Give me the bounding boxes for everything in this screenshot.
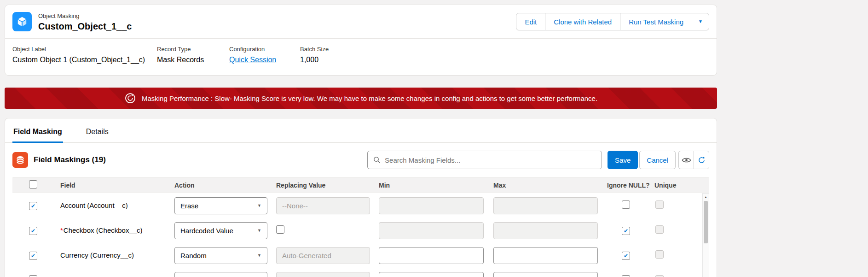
field-name: Account (Account__c) (60, 201, 128, 209)
required-asterisk: * (60, 226, 63, 234)
table-header: Field Action Replacing Value Min Max Ign… (12, 177, 709, 193)
unique-checkbox (655, 275, 664, 277)
max-input[interactable] (493, 247, 598, 264)
column-header-min: Min (379, 182, 493, 189)
row-select-checkbox[interactable] (29, 202, 37, 210)
replacing-value-checkbox[interactable] (276, 225, 284, 234)
record-header: Object Masking Custom_Object_1__c Edit C… (5, 5, 717, 38)
unique-checkbox (655, 225, 664, 234)
section-title: Field Maskings (19) (34, 155, 106, 165)
ignore-null-checkbox[interactable] (622, 252, 630, 260)
min-input (379, 197, 484, 214)
row-select-checkbox[interactable] (29, 275, 37, 277)
save-button[interactable]: Save (608, 151, 638, 169)
table-row: *Checkbox (Checkbox__c)Hardcoded Value▼ (12, 218, 709, 243)
record-title-block: Object Masking Custom_Object_1__c (38, 12, 132, 31)
row-select-checkbox[interactable] (29, 252, 37, 260)
unique-checkbox (655, 200, 664, 209)
action-select[interactable]: ▼ (174, 272, 267, 277)
table-row: Currency (Currency__c)Random▼ (12, 243, 709, 268)
detail-object-label: Object Label Custom Object 1 (Custom_Obj… (12, 46, 157, 64)
action-value: Erase (180, 202, 198, 210)
run-test-masking-button[interactable]: Run Test Masking (620, 13, 692, 30)
ignore-null-checkbox[interactable] (622, 227, 630, 235)
record-actions: Edit Clone with Related Run Test Masking… (516, 13, 709, 30)
replacing-value-input (276, 247, 370, 264)
chevron-down-icon: ▼ (698, 19, 703, 24)
action-select[interactable]: Hardcoded Value▼ (174, 222, 267, 239)
page-content: Object Masking Custom_Object_1__c Edit C… (5, 5, 717, 277)
field-maskings-icon (12, 152, 28, 168)
tab-details[interactable]: Details (85, 118, 110, 142)
field-name: *Checkbox (Checkbox__c) (60, 226, 143, 234)
configuration-link[interactable]: Quick Session (229, 56, 295, 64)
max-input (493, 222, 598, 239)
chevron-down-icon: ▼ (257, 203, 261, 208)
tab-bar: Field Masking Details (5, 118, 717, 143)
ignore-null-checkbox[interactable] (622, 275, 630, 277)
detail-batch-size: Batch Size 1,000 (300, 46, 333, 64)
table-scrollbar[interactable]: ▲ (702, 193, 709, 277)
refresh-icon (698, 156, 706, 164)
min-input (379, 222, 484, 239)
chevron-down-icon: ▼ (257, 228, 261, 233)
chevron-down-icon: ▼ (257, 253, 261, 258)
refresh-button[interactable] (694, 151, 709, 169)
field-value: Custom Object 1 (Custom_Object_1__c) (12, 56, 152, 64)
table-row: Account (Account__c)Erase▼ (12, 193, 709, 218)
record-header-card: Object Masking Custom_Object_1__c Edit C… (5, 5, 717, 76)
field-label: Configuration (229, 46, 295, 53)
column-header-max: Max (493, 182, 607, 189)
entity-label: Object Masking (38, 12, 132, 19)
max-input[interactable] (493, 272, 598, 277)
field-masking-card: Field Masking Details Field Maskings (19… (5, 118, 717, 277)
table-body: Account (Account__c)Erase▼*Checkbox (Che… (12, 193, 709, 277)
field-name: Currency (Currency__c) (60, 251, 134, 259)
field-value: 1,000 (300, 56, 329, 64)
eye-icon (682, 157, 691, 164)
alert-banner: Masking Performance : Slow- Masking Scor… (5, 88, 717, 109)
column-header-ignore-null: Ignore NULL? (607, 182, 654, 189)
table-row: ▼ (12, 268, 709, 277)
preview-button[interactable] (678, 151, 694, 169)
field-label: Batch Size (300, 46, 329, 53)
select-all-checkbox[interactable] (29, 180, 37, 189)
search-icon (373, 156, 381, 164)
action-select[interactable]: Random▼ (174, 247, 267, 264)
detail-configuration: Configuration Quick Session (229, 46, 300, 64)
clone-with-related-button[interactable]: Clone with Related (545, 13, 620, 30)
action-value: Random (180, 252, 207, 259)
replacing-value-input (276, 272, 370, 277)
scrollbar-thumb[interactable] (704, 201, 708, 243)
field-label: Object Label (12, 46, 152, 53)
cancel-button[interactable]: Cancel (639, 151, 676, 169)
edit-button[interactable]: Edit (516, 13, 545, 30)
performance-alert-icon (124, 92, 136, 104)
column-header-action: Action (174, 182, 276, 189)
field-label: Record Type (157, 46, 225, 53)
min-input[interactable] (379, 272, 484, 277)
more-actions-button[interactable]: ▼ (692, 13, 709, 30)
object-masking-icon (12, 12, 32, 31)
field-maskings-toolbar: Field Maskings (19) Save Cancel (5, 143, 717, 169)
action-select[interactable]: Erase▼ (174, 197, 267, 214)
ignore-null-checkbox[interactable] (622, 200, 630, 209)
scroll-up-arrow[interactable]: ▲ (703, 194, 709, 200)
detail-record-type: Record Type Mask Records (157, 46, 229, 64)
field-maskings-table: Field Action Replacing Value Min Max Ign… (12, 177, 709, 277)
action-value: Hardcoded Value (180, 227, 233, 235)
search-box (367, 151, 602, 169)
search-input[interactable] (385, 156, 596, 164)
page-title: Custom_Object_1__c (38, 21, 132, 31)
field-value: Mask Records (157, 56, 225, 64)
column-header-unique: Unique (654, 182, 709, 189)
min-input[interactable] (379, 247, 484, 264)
row-select-checkbox[interactable] (29, 227, 37, 235)
column-header-field: Field (47, 182, 174, 189)
replacing-value-input (276, 197, 370, 214)
view-actions-group (678, 151, 709, 169)
max-input (493, 197, 598, 214)
record-detail-fields: Object Label Custom Object 1 (Custom_Obj… (5, 38, 717, 75)
tab-field-masking[interactable]: Field Masking (12, 118, 63, 142)
unique-checkbox (655, 250, 664, 259)
